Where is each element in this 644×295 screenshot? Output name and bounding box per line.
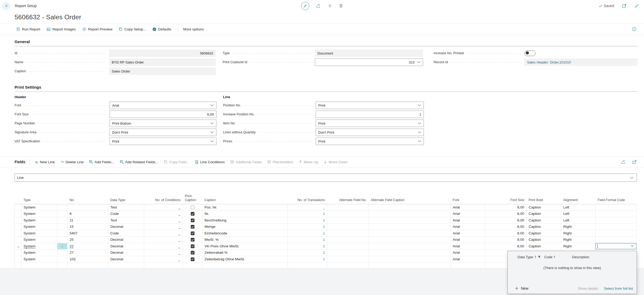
column-header-font[interactable]: Font <box>451 194 485 204</box>
cell-no-of-conditions[interactable]: _ <box>144 230 183 237</box>
cell-alignment[interactable]: Left <box>561 204 596 211</box>
row-menu[interactable] <box>57 249 67 256</box>
column-header-data-type[interactable]: Data Type <box>108 194 144 204</box>
cell-alternate-field-no[interactable] <box>327 230 369 237</box>
cell-no-of-conditions[interactable]: _ <box>144 237 183 243</box>
cell-no[interactable]: 27 <box>67 249 108 256</box>
cell-no-of-conditions[interactable]: _ <box>144 211 183 217</box>
row-menu[interactable] <box>57 204 67 211</box>
info-icon[interactable] <box>632 27 637 31</box>
cell-alignment[interactable]: Right <box>561 224 596 230</box>
cell-type[interactable]: System <box>21 243 57 249</box>
cell-type[interactable]: System <box>21 256 57 262</box>
cell-no-of-conditions[interactable]: _ <box>144 243 183 249</box>
column-header-print-caption[interactable]: Print Caption <box>183 194 202 204</box>
record-id-link[interactable]: Sales Header: Order,101010 <box>524 58 638 66</box>
cell-caption[interactable]: Nr. <box>202 211 288 217</box>
row-selector[interactable] <box>15 204 21 211</box>
cell-font[interactable]: Arial <box>451 204 485 211</box>
column-header-alternate-field-caption[interactable]: Alternate Field Caption <box>369 194 451 204</box>
table-row[interactable]: System25Decimal_MwSt. %1Arial8,00Caption… <box>15 237 637 243</box>
cell-caption[interactable]: Einheitencode <box>202 230 288 237</box>
cell-font-size[interactable]: 8,00 <box>485 224 527 230</box>
font-field[interactable]: Arial <box>110 102 216 109</box>
run-report-button[interactable]: Run Report <box>16 27 40 31</box>
row-menu[interactable] <box>57 230 67 237</box>
cell-type[interactable]: System <box>21 211 57 217</box>
cell-alignment[interactable]: Right <box>561 237 596 243</box>
cell-print-bold[interactable]: Caption <box>527 243 561 249</box>
cell-font-size[interactable]: 8,00 <box>485 237 527 243</box>
cell-print-bold[interactable]: Caption <box>527 230 561 237</box>
cell-data-type[interactable]: Decimal <box>108 237 144 243</box>
cell-caption[interactable]: MwSt. % <box>202 237 288 243</box>
popup-col-code[interactable]: Code <box>544 255 572 259</box>
cell-caption[interactable]: Pos. Nr. <box>202 204 288 211</box>
table-row[interactable]: System6Code_Nr.1Arial8,00CaptionLeft <box>15 211 637 217</box>
cell-font[interactable]: Arial <box>451 230 485 237</box>
position-no-field[interactable]: Print <box>316 102 424 109</box>
cell-data-type[interactable]: Decimal <box>108 256 144 262</box>
add-fields-button[interactable]: Add Fields... <box>89 160 114 164</box>
cell-print-caption[interactable] <box>183 204 202 211</box>
cell-caption[interactable]: Beschreibung <box>202 217 288 224</box>
cell-font[interactable]: Arial <box>451 217 485 224</box>
column-header-caption[interactable]: Caption <box>202 194 288 204</box>
expand-icon[interactable] <box>632 160 637 164</box>
lines-without-quantity-field[interactable]: Don't Print <box>316 129 424 136</box>
cell-data-type[interactable]: Code <box>108 230 144 237</box>
cell-no[interactable]: 11 <box>67 217 108 224</box>
popup-col-description[interactable]: Description <box>572 255 589 259</box>
cell-font[interactable]: Arial <box>451 211 485 217</box>
row-selector[interactable]: → <box>15 243 21 249</box>
cell-type[interactable] <box>21 262 57 269</box>
cell-no-of-conditions[interactable]: _ <box>144 256 183 262</box>
cell-no-of-translations[interactable]: 1 <box>288 217 327 224</box>
column-header-type[interactable]: Type <box>21 194 57 204</box>
cell-no-of-conditions[interactable]: _ <box>144 217 183 224</box>
cell-alignment[interactable]: Right <box>561 243 596 249</box>
row-selector[interactable] <box>15 237 21 243</box>
cell-field-format-code[interactable] <box>596 237 637 243</box>
table-row[interactable]: System15Decimal_Menge1Arial8,00CaptionRi… <box>15 224 637 230</box>
cell-no[interactable]: 15 <box>67 224 108 230</box>
checkbox-checked[interactable] <box>191 219 194 222</box>
cell-data-type[interactable] <box>108 262 144 269</box>
cell-alternate-field-caption[interactable] <box>369 211 451 217</box>
checkbox-unchecked[interactable] <box>191 206 194 209</box>
cell-no-of-translations[interactable]: 1 <box>288 237 327 243</box>
cell-alternate-field-no[interactable] <box>327 262 369 269</box>
checkbox-checked[interactable] <box>191 212 194 216</box>
cell-print-caption[interactable] <box>183 217 202 224</box>
cell-no-of-conditions[interactable] <box>144 262 183 269</box>
row-menu[interactable] <box>57 237 67 243</box>
table-row[interactable]: SystemText_Pos. Nr._Arial8,00CaptionLeft <box>15 204 637 211</box>
column-header-field-format-code[interactable]: Field Format Code <box>596 194 637 204</box>
cell-alternate-field-caption[interactable] <box>369 204 451 211</box>
cell-font[interactable]: Arial <box>451 243 485 249</box>
cell-no-of-translations[interactable]: 1 <box>288 211 327 217</box>
section-heading-print-settings[interactable]: Print Settings <box>15 85 638 90</box>
cell-font-size[interactable]: 8,00 <box>485 230 527 237</box>
cell-alternate-field-no[interactable] <box>327 204 369 211</box>
print-codeunit-id-field[interactable]: 313 <box>315 58 423 66</box>
cell-alternate-field-caption[interactable] <box>369 256 451 262</box>
cell-no[interactable]: 6 <box>67 211 108 217</box>
cell-data-type[interactable]: Decimal <box>108 243 144 249</box>
more-options-button[interactable]: More options <box>183 27 204 31</box>
cell-alternate-field-caption[interactable] <box>369 243 451 249</box>
cell-print-bold[interactable]: Caption <box>527 237 561 243</box>
row-selector[interactable] <box>15 230 21 237</box>
cell-no-of-conditions[interactable]: _ <box>144 204 183 211</box>
cell-data-type[interactable]: Text <box>108 217 144 224</box>
cell-data-type[interactable]: Decimal <box>108 249 144 256</box>
new-button[interactable]: New <box>515 286 528 291</box>
cell-alternate-field-caption[interactable] <box>369 262 451 269</box>
cell-alternate-field-no[interactable] <box>327 224 369 230</box>
cell-font-size[interactable]: 8,00 <box>485 217 527 224</box>
increase-position-no-field[interactable]: 1 <box>316 111 424 118</box>
cell-font[interactable]: Arial <box>451 256 485 262</box>
cell-caption[interactable]: VK-Preis Ohne MwSt. <box>202 243 288 249</box>
row-selector[interactable] <box>15 217 21 224</box>
cell-font-size[interactable]: 8,00 <box>485 204 527 211</box>
